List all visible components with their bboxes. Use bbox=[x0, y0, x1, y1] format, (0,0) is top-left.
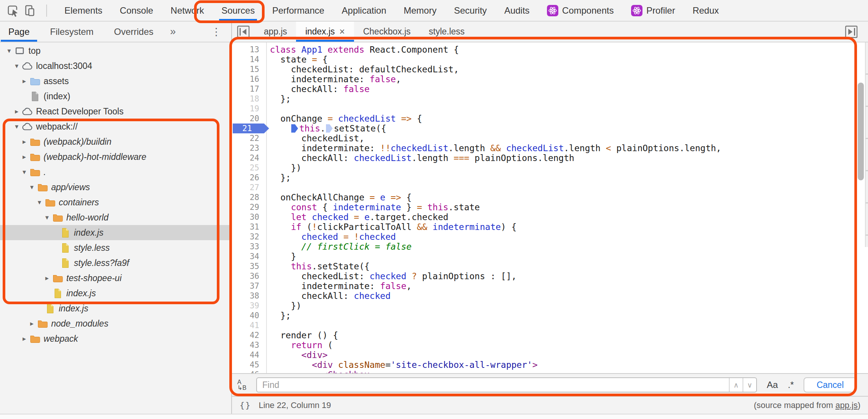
line-number[interactable]: 43 bbox=[232, 340, 265, 350]
tree-item-localhost-3004[interactable]: ▾localhost:3004 bbox=[0, 58, 231, 73]
line-number[interactable]: 28 bbox=[232, 192, 265, 202]
tab-security[interactable]: Security bbox=[454, 0, 487, 21]
editor-tab-style-less[interactable]: style.less bbox=[420, 22, 474, 42]
chevron-right-icon[interactable]: ▸ bbox=[20, 335, 29, 343]
line-number[interactable]: 35 bbox=[232, 261, 265, 271]
line-number[interactable]: 39 bbox=[232, 301, 265, 311]
line-number[interactable]: 31 bbox=[232, 222, 265, 232]
close-icon[interactable]: × bbox=[339, 26, 345, 37]
chevron-right-icon[interactable]: ▸ bbox=[42, 274, 52, 282]
replace-toggle-icon[interactable]: A ↳B bbox=[237, 379, 255, 391]
line-number[interactable]: 36 bbox=[232, 271, 265, 281]
line-number[interactable]: 27 bbox=[232, 183, 265, 192]
line-number[interactable]: 37 bbox=[232, 281, 265, 291]
editor-tab-app-js[interactable]: app.js bbox=[255, 22, 296, 42]
chevron-right-icon[interactable]: ▸ bbox=[20, 77, 29, 85]
code-line[interactable]: 20 onChange = checkedList => { bbox=[232, 114, 868, 124]
scrollbar[interactable] bbox=[857, 42, 865, 373]
line-number[interactable]: 14 bbox=[232, 55, 265, 64]
code-line[interactable]: 38 checkAll: checked bbox=[232, 291, 868, 301]
tab-audits[interactable]: Audits bbox=[504, 0, 530, 21]
editor-tab-index-js[interactable]: index.js× bbox=[296, 22, 354, 42]
chevron-right-icon[interactable]: ▸ bbox=[20, 138, 29, 146]
code-line[interactable]: 15 checkedList: defaultCheckedList, bbox=[232, 64, 868, 74]
tree-item-top[interactable]: ▾top bbox=[0, 43, 231, 58]
inline-breakpoint-icon[interactable] bbox=[326, 124, 333, 133]
tab-memory[interactable]: Memory bbox=[404, 0, 437, 21]
code-line[interactable]: 19 bbox=[232, 104, 868, 114]
overflow-menu-icon[interactable]: ⋮ bbox=[211, 26, 221, 38]
tree-item-style-less-fa9f[interactable]: style.less?fa9f bbox=[0, 255, 231, 270]
code-line[interactable]: 18 }; bbox=[232, 94, 868, 104]
tab-components[interactable]: Components bbox=[547, 0, 614, 21]
tree-item-style-less[interactable]: style.less bbox=[0, 240, 231, 255]
line-number[interactable]: 25 bbox=[232, 163, 265, 173]
line-number[interactable]: 18 bbox=[232, 94, 265, 104]
code-line[interactable]: 41 bbox=[232, 321, 868, 330]
line-number[interactable]: 22 bbox=[232, 133, 265, 143]
tree-item-webpack-hot-middleware[interactable]: ▸(webpack)-hot-middleware bbox=[0, 149, 231, 164]
chevron-down-icon[interactable]: ▾ bbox=[12, 62, 21, 70]
tab-sources[interactable]: Sources bbox=[221, 0, 255, 21]
tree-item-node-modules[interactable]: ▸node_modules bbox=[0, 316, 231, 331]
sidebar-tab-page[interactable]: Page bbox=[8, 22, 30, 42]
tree-item-item[interactable]: ▾. bbox=[0, 164, 231, 180]
chevron-right-icon[interactable]: ▸ bbox=[27, 319, 36, 328]
code-line[interactable]: 22 checkedList, bbox=[232, 133, 868, 143]
line-number[interactable]: 44 bbox=[232, 350, 265, 360]
code-line[interactable]: 24 checkAll: checkedList.length === plai… bbox=[232, 153, 868, 163]
chevron-right-icon[interactable]: ▸ bbox=[20, 153, 29, 161]
code-line[interactable]: 40 }; bbox=[232, 311, 868, 321]
tree-item-hello-world[interactable]: ▾hello-world bbox=[0, 210, 231, 225]
code-line[interactable]: 29 const { indeterminate } = this.state bbox=[232, 202, 868, 212]
tab-console[interactable]: Console bbox=[120, 0, 153, 21]
code-editor[interactable]: 13class App1 extends React.Component {14… bbox=[232, 42, 868, 373]
line-number[interactable]: 40 bbox=[232, 311, 265, 321]
tab-profiler[interactable]: Profiler bbox=[631, 0, 675, 21]
sidebar-tab-overrides[interactable]: Overrides bbox=[114, 22, 154, 42]
regex-button[interactable]: .* bbox=[788, 380, 794, 390]
tree-item-app-views[interactable]: ▾app/views bbox=[0, 180, 231, 195]
inline-breakpoint-icon[interactable] bbox=[291, 124, 298, 133]
tree-item-react-developer-tools[interactable]: ▸React Developer Tools bbox=[0, 104, 231, 119]
line-number[interactable]: 19 bbox=[232, 104, 265, 114]
code-line[interactable]: 43 return ( bbox=[232, 340, 868, 350]
tree-item-assets[interactable]: ▸assets bbox=[0, 73, 231, 89]
code-line[interactable]: 32 checked = !checked bbox=[232, 232, 868, 242]
code-line[interactable]: 27 bbox=[232, 183, 868, 192]
line-number[interactable]: 20 bbox=[232, 114, 265, 124]
source-map-link[interactable]: app.js bbox=[835, 400, 858, 410]
sidebar-tab-filesystem[interactable]: Filesystem bbox=[50, 22, 94, 42]
code-line[interactable]: 17 checkAll: false bbox=[232, 84, 868, 94]
chevron-down-icon[interactable]: ▾ bbox=[42, 213, 52, 222]
code-line[interactable]: 31 if (!clickParticalToAll && indetermin… bbox=[232, 222, 868, 232]
tab-network[interactable]: Network bbox=[171, 0, 204, 21]
line-number[interactable]: 30 bbox=[232, 212, 265, 222]
tree-item-index-js[interactable]: index.js bbox=[0, 225, 231, 240]
code-line[interactable]: 42 render () { bbox=[232, 330, 868, 340]
line-number[interactable]: 24 bbox=[232, 153, 265, 163]
code-line[interactable]: 39 }) bbox=[232, 301, 868, 311]
tree-item-index-js[interactable]: index.js bbox=[0, 286, 231, 301]
find-previous-icon[interactable]: ∧ bbox=[729, 378, 743, 392]
line-number[interactable]: 46 bbox=[232, 370, 265, 373]
tab-elements[interactable]: Elements bbox=[64, 0, 102, 21]
code-line[interactable]: 28 onCheckAllChange = e => { bbox=[232, 192, 868, 202]
line-number[interactable]: 23 bbox=[232, 143, 265, 153]
line-number[interactable]: 33 bbox=[232, 242, 265, 252]
tab-redux[interactable]: Redux bbox=[693, 0, 719, 21]
tree-item-index[interactable]: (index) bbox=[0, 89, 231, 104]
code-line[interactable]: 37 indeterminate: false, bbox=[232, 281, 868, 291]
show-debugger-icon[interactable] bbox=[844, 25, 858, 39]
tree-item-webpack-buildin[interactable]: ▸(webpack)/buildin bbox=[0, 134, 231, 149]
code-line[interactable]: 46 <Checkbox bbox=[232, 370, 868, 373]
code-line[interactable]: 2121 this.setState({ bbox=[232, 124, 868, 133]
line-number[interactable]: 17 bbox=[232, 84, 265, 94]
match-case-button[interactable]: Aa bbox=[767, 380, 778, 390]
code-line[interactable]: 16 indeterminate: false, bbox=[232, 74, 868, 84]
chevron-down-icon[interactable]: ▾ bbox=[35, 198, 44, 206]
pretty-print-icon[interactable]: {} bbox=[240, 400, 251, 410]
code-line[interactable]: 26 }; bbox=[232, 173, 868, 183]
tab-performance[interactable]: Performance bbox=[272, 0, 324, 21]
inspect-icon[interactable] bbox=[5, 2, 21, 19]
